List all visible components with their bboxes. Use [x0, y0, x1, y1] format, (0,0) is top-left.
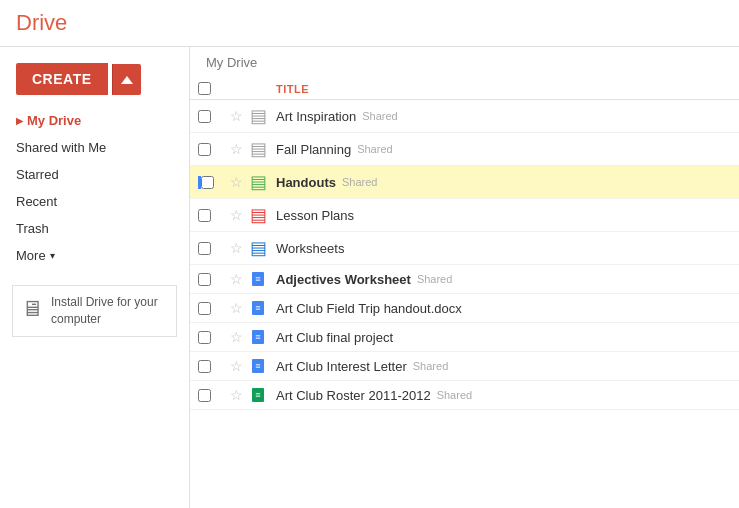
folder-blue-icon: ▤ — [250, 237, 267, 259]
file-name[interactable]: Lesson Plans — [276, 208, 354, 223]
file-list: ☆ ▤ Art Inspiration Shared ☆ ▤ Fall Plan… — [190, 100, 739, 410]
star-icon[interactable]: ☆ — [230, 271, 243, 287]
app-title: Drive — [16, 10, 67, 36]
table-row: ☆ ▤ Handouts Shared — [190, 166, 739, 199]
computer-icon: 🖥 — [21, 296, 43, 322]
file-checkbox[interactable] — [198, 209, 211, 222]
star-icon[interactable]: ☆ — [230, 387, 243, 403]
file-checkbox[interactable] — [198, 242, 211, 255]
file-name[interactable]: Handouts — [276, 175, 336, 190]
file-list-header: TITLE — [190, 78, 739, 100]
file-name[interactable]: Art Club Roster 2011-2012 — [276, 388, 431, 403]
shared-badge: Shared — [437, 389, 472, 401]
file-checkbox[interactable] — [201, 176, 214, 189]
folder-red-icon: ▤ — [250, 204, 267, 226]
sidebar-item-label: More — [16, 248, 46, 263]
shared-badge: Shared — [362, 110, 397, 122]
star-icon[interactable]: ☆ — [230, 174, 243, 190]
chevron-down-icon: ▾ — [50, 250, 55, 261]
star-icon[interactable]: ☆ — [230, 329, 243, 345]
file-checkbox[interactable] — [198, 331, 211, 344]
sidebar-item-trash[interactable]: Trash — [0, 215, 189, 242]
sidebar-item-recent[interactable]: Recent — [0, 188, 189, 215]
table-row: ☆ ▤ Worksheets — [190, 232, 739, 265]
create-area: CREATE — [0, 55, 189, 107]
table-row: ☆ ≡ Art Club final project — [190, 323, 739, 352]
file-checkbox[interactable] — [198, 389, 211, 402]
table-row: ☆ ▤ Fall Planning Shared — [190, 133, 739, 166]
breadcrumb: My Drive — [190, 47, 739, 78]
sidebar-item-label: Recent — [16, 194, 57, 209]
star-icon[interactable]: ☆ — [230, 240, 243, 256]
sidebar-item-shared-with-me[interactable]: Shared with Me — [0, 134, 189, 161]
folder-green-icon: ▤ — [250, 171, 267, 193]
sidebar-item-more[interactable]: More ▾ — [0, 242, 189, 269]
sidebar-item-label: My Drive — [27, 113, 81, 128]
star-icon[interactable]: ☆ — [230, 141, 243, 157]
file-checkbox[interactable] — [198, 360, 211, 373]
table-row: ☆ ≡ Art Club Field Trip handout.docx — [190, 294, 739, 323]
star-icon[interactable]: ☆ — [230, 108, 243, 124]
header: Drive — [0, 0, 739, 47]
doc-green-icon: ≡ — [250, 386, 266, 404]
file-name[interactable]: Fall Planning — [276, 142, 351, 157]
table-row: ☆ ▤ Lesson Plans — [190, 199, 739, 232]
doc-blue-icon: ≡ — [250, 357, 266, 375]
create-button[interactable]: CREATE — [16, 63, 108, 95]
sidebar-item-starred[interactable]: Starred — [0, 161, 189, 188]
shared-badge: Shared — [357, 143, 392, 155]
sidebar-item-label: Shared with Me — [16, 140, 106, 155]
install-drive-text: Install Drive for your computer — [51, 294, 168, 328]
file-name[interactable]: Art Club Field Trip handout.docx — [276, 301, 462, 316]
file-name[interactable]: Worksheets — [276, 241, 344, 256]
title-column-header: TITLE — [276, 83, 309, 95]
main-content: My Drive TITLE ☆ ▤ Art Inspiration Share… — [190, 47, 739, 508]
sidebar-item-label: Starred — [16, 167, 59, 182]
select-all-checkbox[interactable] — [198, 82, 211, 95]
file-name[interactable]: Art Club Interest Letter — [276, 359, 407, 374]
sidebar-item-label: Trash — [16, 221, 49, 236]
shared-badge: Shared — [342, 176, 377, 188]
folder-gray-icon: ▤ — [250, 105, 267, 127]
file-name[interactable]: Art Inspiration — [276, 109, 356, 124]
shared-badge: Shared — [413, 360, 448, 372]
folder-gray-icon: ▤ — [250, 138, 267, 160]
upload-button[interactable] — [112, 64, 141, 95]
table-row: ☆ ≡ Adjectives Worksheet Shared — [190, 265, 739, 294]
table-row: ☆ ≡ Art Club Roster 2011-2012 Shared — [190, 381, 739, 410]
doc-blue-icon: ≡ — [250, 328, 266, 346]
sidebar: CREATE My Drive Shared with Me Starred R… — [0, 47, 190, 508]
star-icon[interactable]: ☆ — [230, 358, 243, 374]
file-name[interactable]: Adjectives Worksheet — [276, 272, 411, 287]
file-checkbox[interactable] — [198, 110, 211, 123]
file-checkbox[interactable] — [198, 273, 211, 286]
star-icon[interactable]: ☆ — [230, 207, 243, 223]
table-row: ☆ ▤ Art Inspiration Shared — [190, 100, 739, 133]
install-drive-box[interactable]: 🖥 Install Drive for your computer — [12, 285, 177, 337]
sidebar-item-my-drive[interactable]: My Drive — [0, 107, 189, 134]
doc-blue-icon: ≡ — [250, 299, 266, 317]
shared-badge: Shared — [417, 273, 452, 285]
file-name[interactable]: Art Club final project — [276, 330, 393, 345]
doc-blue-icon: ≡ — [250, 270, 266, 288]
star-icon[interactable]: ☆ — [230, 300, 243, 316]
upload-icon — [121, 76, 133, 84]
file-checkbox[interactable] — [198, 143, 211, 156]
table-row: ☆ ≡ Art Club Interest Letter Shared — [190, 352, 739, 381]
file-checkbox[interactable] — [198, 302, 211, 315]
